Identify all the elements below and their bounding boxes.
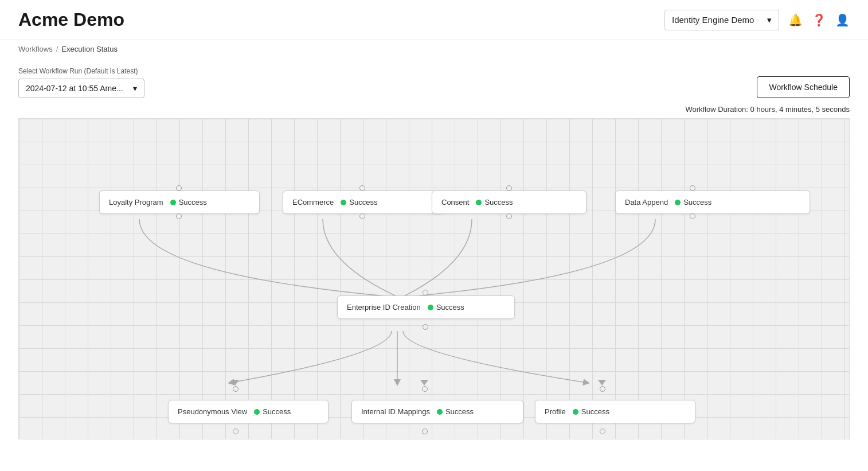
- node-consent[interactable]: Consent Success: [432, 190, 587, 214]
- conn-point: [690, 213, 695, 219]
- status-dot: [428, 305, 433, 310]
- node-label: Pseudonymous View: [178, 407, 247, 416]
- node-status: Success: [170, 198, 207, 207]
- arrow-down-icon: [598, 380, 606, 386]
- node-status: Success: [476, 198, 513, 207]
- conn-point: [600, 386, 605, 392]
- status-text: Success: [349, 198, 377, 207]
- status-text: Success: [179, 198, 207, 207]
- workflow-run-selector: Select Workflow Run (Default is Latest) …: [18, 67, 144, 98]
- conn-point: [359, 185, 365, 191]
- arrow-down-icon: [231, 380, 239, 386]
- controls-bar: Select Workflow Run (Default is Latest) …: [0, 58, 868, 103]
- conn-point: [506, 213, 512, 219]
- status-dot: [437, 409, 443, 415]
- duration-text: Workflow Duration: 0 hours, 4 minutes, 5…: [685, 105, 850, 114]
- node-data-append[interactable]: Data Append Success: [615, 190, 810, 214]
- node-status: Success: [675, 198, 711, 207]
- conn-point: [422, 386, 428, 392]
- workflow-schedule-button[interactable]: Workflow Schedule: [757, 76, 850, 98]
- header: Acme Demo Identity Engine Demo ▾ 🔔 ❓ 👤: [0, 0, 868, 40]
- breadcrumb: Workflows / Execution Status: [0, 40, 868, 58]
- node-label: Loyalty Program: [109, 198, 163, 207]
- conn-point: [600, 429, 605, 434]
- duration-bar: Workflow Duration: 0 hours, 4 minutes, 5…: [0, 103, 868, 118]
- select-label: Select Workflow Run (Default is Latest): [18, 67, 144, 75]
- connections-svg: [19, 119, 849, 439]
- node-status: Success: [573, 407, 609, 416]
- status-text: Success: [484, 198, 513, 207]
- dropdown-chevron-icon: ▾: [133, 84, 137, 93]
- node-ecommerce[interactable]: ECommerce Success: [283, 190, 443, 214]
- node-label: Enterprise ID Creation: [347, 303, 421, 312]
- node-internal-id-mappings[interactable]: Internal ID Mappings Success: [351, 400, 523, 423]
- status-dot: [573, 409, 578, 415]
- conn-point: [690, 185, 695, 191]
- conn-point: [176, 213, 182, 219]
- status-dot: [341, 200, 346, 205]
- status-dot: [675, 200, 681, 205]
- status-text: Success: [683, 198, 711, 207]
- engine-dropdown[interactable]: Identity Engine Demo ▾: [664, 10, 779, 30]
- app-title: Acme Demo: [18, 9, 124, 30]
- node-status: Success: [254, 407, 291, 416]
- conn-point: [233, 429, 238, 434]
- node-label: Consent: [441, 198, 469, 207]
- conn-point: [423, 324, 428, 330]
- user-icon[interactable]: 👤: [835, 13, 850, 27]
- conn-point: [423, 290, 428, 295]
- status-text: Success: [445, 407, 474, 416]
- node-status: Success: [341, 198, 377, 207]
- status-dot: [170, 200, 176, 205]
- header-right: Identity Engine Demo ▾ 🔔 ❓ 👤: [664, 10, 850, 30]
- status-text: Success: [436, 303, 464, 312]
- node-label: Profile: [545, 407, 566, 416]
- breadcrumb-separator: /: [56, 45, 58, 53]
- node-status: Success: [428, 303, 464, 312]
- node-pseudonymous-view[interactable]: Pseudonymous View Success: [168, 400, 329, 423]
- node-label: Data Append: [625, 198, 668, 207]
- conn-point: [506, 185, 512, 191]
- status-text: Success: [581, 407, 609, 416]
- chevron-down-icon: ▾: [767, 15, 772, 25]
- breadcrumb-workflows[interactable]: Workflows: [18, 45, 53, 53]
- workflow-canvas: Loyalty Program Success ECommerce Succes…: [18, 118, 850, 439]
- conn-point: [176, 185, 182, 191]
- status-dot: [254, 409, 260, 415]
- conn-point: [359, 213, 365, 219]
- node-label: Internal ID Mappings: [361, 407, 430, 416]
- status-text: Success: [263, 407, 291, 416]
- status-dot: [476, 200, 482, 205]
- workflow-run-dropdown[interactable]: 2024-07-12 at 10:55 Ame... ▾: [18, 79, 144, 98]
- node-loyalty-program[interactable]: Loyalty Program Success: [99, 190, 260, 214]
- help-icon[interactable]: ❓: [812, 13, 826, 27]
- conn-point: [422, 429, 428, 434]
- arrow-down-icon: [420, 380, 428, 386]
- breadcrumb-current: Execution Status: [61, 45, 118, 53]
- node-profile[interactable]: Profile Success: [535, 400, 695, 423]
- engine-dropdown-label: Identity Engine Demo: [672, 15, 754, 25]
- bell-icon[interactable]: 🔔: [788, 13, 803, 27]
- workflow-run-value: 2024-07-12 at 10:55 Ame...: [26, 84, 123, 93]
- conn-point: [233, 386, 238, 392]
- node-status: Success: [437, 407, 474, 416]
- node-label: ECommerce: [292, 198, 334, 207]
- node-enterprise-id[interactable]: Enterprise ID Creation Success: [337, 295, 515, 319]
